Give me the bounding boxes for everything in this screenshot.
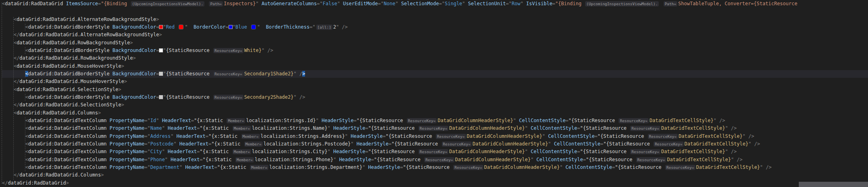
code-token-bind: "{Binding (101, 1, 130, 6)
code-line[interactable]: </dataGrid:RadDataGrid> (2, 179, 868, 187)
code-token-val: Row (511, 1, 520, 6)
code-line[interactable]: </dataGrid:RadDataGrid.AlternateRowBackg… (2, 31, 868, 39)
code-token-attr: IsVisible (523, 1, 552, 6)
code-line[interactable]: <dataGrid:RadDataGrid.Columns> (2, 109, 868, 117)
code-token-punc: " /> (760, 164, 772, 170)
code-token-plain: "{StaticResource (586, 157, 635, 162)
code-line[interactable]: </dataGrid:RadDataGrid.SelectionStyle> (2, 101, 868, 109)
color-swatch[interactable] (229, 25, 233, 29)
code-token-gold: DataGridTextCellStyle} (661, 149, 725, 154)
code-line[interactable]: </dataGrid:RadDataGrid.Columns> (2, 171, 868, 179)
code-token-attr: HeaderStyle (330, 125, 365, 131)
code-line[interactable]: <dataGrid:DataGridTextColumn PropertyNam… (2, 117, 868, 125)
code-line[interactable]: <dataGrid:DataGridTextColumn PropertyNam… (2, 125, 868, 132)
code-token-punc: > (130, 40, 133, 46)
code-token-gold: DataGridTextCellStyle} (649, 118, 713, 123)
code-token-punc: < (25, 24, 28, 30)
code-token-attr: CellContentStyle (534, 157, 583, 162)
code-token-punc: =" (506, 1, 511, 6)
code-token-tag: dataGrid:RadDataGrid.Columns (16, 110, 98, 116)
code-line[interactable]: <dataGrid:DataGridTextColumn PropertyNam… (2, 133, 868, 140)
code-token-punc: = (156, 94, 159, 100)
code-line[interactable]: <dataGrid:DataGridTextColumn PropertyNam… (2, 164, 868, 171)
code-token-val: Blue (235, 24, 247, 30)
code-token-sp (2, 63, 14, 69)
code-token-plain: localization:Strings.Address} (261, 133, 345, 139)
code-line-current[interactable]: <dataGrid:DataGridBorderStyle Background… (2, 70, 868, 78)
code-line[interactable]: </dataGrid:RadDataGrid.RowBackgroundStyl… (2, 54, 868, 62)
code-token-punc: = (206, 133, 208, 139)
code-token-tag: dataGrid:RadDataGrid.RowBackgroundStyle (16, 40, 130, 46)
code-token-plain: "{x:Static (194, 118, 226, 123)
code-token-brk: < (25, 71, 28, 77)
code-token-punc: = (225, 24, 228, 30)
color-swatch[interactable] (179, 25, 183, 29)
code-line[interactable] (2, 8, 868, 15)
code-token-tag: dataGrid:DataGridTextColumn (28, 164, 107, 170)
inlay-hint: ResourceKey= (424, 157, 454, 162)
code-token-val: Single (445, 1, 462, 6)
code-token-attr: HeaderStyle (354, 141, 389, 147)
code-token-punc: < (25, 164, 28, 170)
code-token-punc: > (66, 180, 69, 186)
code-token-plain: "{StaticResource (403, 164, 453, 170)
code-token-attr: PropertyName (107, 157, 144, 162)
horizontal-scrollbar-thumb[interactable] (799, 182, 868, 187)
code-token-sp (2, 55, 14, 61)
code-token-punc: " (165, 157, 168, 162)
code-line[interactable]: <dataGrid:RadDataGrid.AlternateRowBackgr… (2, 16, 868, 23)
code-token-attr: PropertyName (107, 125, 144, 131)
code-line[interactable]: <dataGrid:DataGridTextColumn PropertyNam… (2, 140, 868, 148)
code-token-punc: = (388, 141, 391, 147)
code-token-punc: </ (14, 32, 19, 37)
code-token-plain: localization:Strings.Name} (252, 125, 328, 131)
inlay-hint: Path= (209, 1, 223, 6)
indent-guide (2, 2, 2, 184)
code-token-plain: "{StaticResource (580, 149, 630, 154)
inlay-hint: ResourceKey= (453, 165, 483, 170)
color-swatch[interactable] (159, 72, 163, 76)
code-line[interactable]: <dataGrid:RadDataGrid.SelectionStyle> (2, 86, 868, 94)
code-token-punc: < (25, 94, 28, 100)
code-token-sp (2, 87, 14, 92)
code-line[interactable]: <dataGrid:DataGridBorderStyle Background… (2, 23, 868, 31)
code-token-punc: </ (14, 172, 19, 178)
code-line[interactable]: <dataGrid:DataGridBorderStyle Background… (2, 47, 868, 54)
code-token-punc: =" (317, 1, 322, 6)
code-line[interactable]: <dataGrid:DataGridBorderStyle Background… (2, 94, 868, 101)
code-token-tag: dataGrid:RadDataGrid (5, 1, 63, 6)
code-token-punc: </ (2, 180, 8, 186)
code-token-punc: " (162, 149, 165, 154)
code-token-attr: ItemsSource (63, 1, 98, 6)
code-token-plain: localization:Strings.Postcode} (264, 141, 351, 147)
code-token-punc: = (200, 157, 202, 162)
color-swatch[interactable] (251, 25, 256, 29)
code-token-punc: " (179, 164, 182, 170)
code-token-tag: dataGrid:RadDataGrid.SelectionStyle (16, 87, 118, 92)
code-token-attr: CellContentStyle (516, 118, 566, 123)
code-token-punc: > (133, 55, 136, 61)
code-token-punc: = (565, 118, 568, 123)
code-line[interactable]: <dataGrid:RadDataGrid.RowBackgroundStyle… (2, 39, 868, 47)
code-token-punc: =" (144, 133, 150, 139)
color-swatch[interactable] (159, 25, 163, 29)
code-line[interactable]: <dataGrid:RadDataGrid.MouseHoverStyle> (2, 62, 868, 70)
code-token-gold: DataGridTextCellStyle} (696, 164, 760, 170)
color-swatch[interactable] (159, 95, 163, 99)
code-token-punc: " (256, 1, 259, 6)
code-token-sp (247, 24, 250, 30)
code-line[interactable]: </dataGrid:RadDataGrid.MouseHoverStyle> (2, 78, 868, 85)
color-swatch[interactable] (159, 48, 163, 52)
code-token-attr: BackgroundColor (109, 48, 156, 53)
code-token-attr: CellContentStyle (563, 164, 612, 170)
xaml-code-editor[interactable]: <dataGrid:RadDataGrid ItemsSource="{Bind… (0, 0, 868, 187)
code-token-attr: SelectionMode (398, 1, 439, 6)
code-line[interactable]: <dataGrid:RadDataGrid ItemsSource="{Bind… (2, 0, 868, 8)
code-token-punc: > (118, 87, 121, 92)
code-token-punc: > (121, 63, 124, 69)
code-token-plain: "{StaticResource (569, 118, 618, 123)
code-line[interactable]: <dataGrid:DataGridTextColumn PropertyNam… (2, 148, 868, 156)
inlay-hint: ResourceKey= (419, 126, 449, 131)
code-line[interactable]: <dataGrid:DataGridTextColumn PropertyNam… (2, 156, 868, 164)
code-token-punc: < (25, 149, 28, 154)
